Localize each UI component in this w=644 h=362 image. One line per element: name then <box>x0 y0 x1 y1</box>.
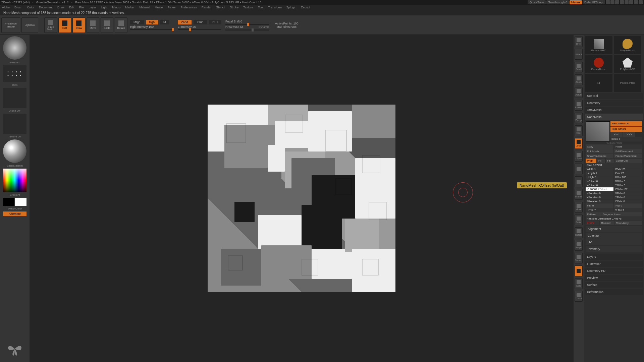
persp-button[interactable]: Persp <box>575 113 583 123</box>
draw-size-slider[interactable] <box>225 29 269 31</box>
width-slider[interactable]: Width 1 <box>586 167 613 171</box>
editplacement-button[interactable]: EditPlacement <box>614 149 642 154</box>
hvar-slider[interactable]: HVar 100 <box>614 175 642 179</box>
switchcolor-button[interactable]: SwitchColor <box>8 207 22 210</box>
move3d-button[interactable]: Move <box>575 202 583 213</box>
randarray-button[interactable]: RandArray <box>614 221 642 225</box>
menu-item[interactable]: Alpha <box>2 6 10 9</box>
menu-item[interactable]: Color <box>27 6 35 9</box>
secondary-color-swatch[interactable] <box>3 198 14 206</box>
wvar-slider[interactable]: WVar 23 <box>614 167 642 171</box>
paste-button[interactable]: Paste <box>614 144 642 149</box>
menu-item[interactable]: Layer <box>89 6 96 9</box>
uv-section[interactable]: UV <box>586 239 642 245</box>
scroll-button[interactable]: Scroll <box>575 62 583 72</box>
draw-button[interactable]: Draw <box>72 17 85 33</box>
rgb-button[interactable]: Rgb <box>146 20 158 24</box>
alignment-section[interactable]: Alignment <box>586 226 642 232</box>
quicksketch-button[interactable]: Quick Sketch <box>44 17 57 33</box>
menu-item[interactable]: Preferences <box>180 6 197 9</box>
index-slider[interactable]: Index 7 <box>610 137 642 141</box>
color-picker[interactable] <box>3 169 26 192</box>
tool-thumb[interactable]: SimpleBrush <box>614 36 641 54</box>
section-geometryhd[interactable]: Geometry HD <box>585 268 643 274</box>
zoom-button[interactable]: Zoom <box>575 74 583 85</box>
zrotation-slider[interactable]: ZRotation 0 <box>586 199 613 203</box>
menu-item[interactable]: Render <box>202 6 212 9</box>
win-icon[interactable] <box>606 0 610 4</box>
rotate-button[interactable]: Rotate <box>115 17 127 33</box>
section-layers[interactable]: Layers <box>585 254 643 260</box>
tool-thumb[interactable]: Panels-PRO <box>614 74 641 92</box>
bpr-button[interactable]: BPR <box>575 36 583 47</box>
menu-item[interactable]: Stencil <box>216 6 225 9</box>
editmesh-button[interactable]: Edit Mesh <box>586 149 613 154</box>
local-button[interactable]: Local <box>575 138 583 149</box>
move-button[interactable]: Move <box>87 17 99 33</box>
length-slider[interactable]: Length 1 <box>586 171 613 175</box>
texture-thumbnail[interactable] <box>3 114 26 134</box>
xoffset-slider[interactable]: XOffset 0 <box>586 179 613 183</box>
focal-shift-label[interactable]: Focal Shift 0 <box>225 20 242 23</box>
menu-item[interactable]: Movie <box>155 6 163 9</box>
polyf-button[interactable]: PolyF <box>575 240 583 251</box>
solo-button[interactable]: Solo <box>575 278 583 289</box>
copy-button[interactable]: Copy <box>586 144 613 149</box>
floor-button[interactable]: Floor <box>575 125 583 136</box>
pattern-label[interactable]: Pattern <box>586 212 601 217</box>
rgb-intensity-label[interactable]: Rgb Intensity 100 <box>130 25 154 28</box>
menu-item[interactable]: Brush <box>14 6 22 9</box>
scale-button[interactable]: Scale <box>101 17 113 33</box>
focal-shift-slider[interactable] <box>225 24 269 25</box>
tool-thumb[interactable]: 11 <box>585 74 612 92</box>
z-intensity-label[interactable]: Z Intensity 25 <box>178 25 196 28</box>
gradient-label[interactable]: Gradient <box>10 193 20 196</box>
zovar-slider[interactable]: ZOVar -77 <box>614 187 642 191</box>
pattern-value[interactable]: Diagonal Lines <box>601 212 642 217</box>
menu-item[interactable]: Zplugin <box>286 6 297 9</box>
showplacement-button[interactable]: ShowPlacement <box>586 154 613 158</box>
material-thumbnail[interactable] <box>3 139 26 163</box>
next-index-button[interactable]: >>> <box>623 132 635 137</box>
lsym-button[interactable]: LSym <box>575 151 583 162</box>
section-preview[interactable]: Preview <box>585 275 643 281</box>
section-geometry[interactable]: Geometry <box>585 100 643 106</box>
tool-thumb[interactable]: PolyMesh3D <box>614 55 641 73</box>
menu-item[interactable]: Macro <box>112 6 120 9</box>
m-button[interactable]: M <box>160 20 169 24</box>
alternate-button[interactable]: Alternate <box>3 212 26 216</box>
menu-item[interactable]: Material <box>139 6 150 9</box>
menu-item[interactable]: File <box>79 6 84 9</box>
tool-thumb[interactable]: Panels-PRO <box>585 36 612 54</box>
blank-button[interactable] <box>575 164 583 174</box>
frame-button[interactable]: Frame <box>575 189 583 200</box>
blank-button[interactable] <box>575 176 583 187</box>
brush-thumbnail[interactable] <box>3 36 26 60</box>
zadd-button[interactable]: Zadd <box>178 20 192 24</box>
yrotation-slider[interactable]: YRotation 0 <box>586 195 613 199</box>
nanomesh-on-button[interactable]: NanoMesh On <box>610 121 642 126</box>
zscript-button[interactable]: DefaultZScript <box>583 0 605 4</box>
section-arraymesh[interactable]: ArrayMesh <box>585 107 643 113</box>
zrvar-slider[interactable]: ZRVar 0 <box>614 199 642 203</box>
random-button[interactable]: Random <box>600 221 614 225</box>
vtile-slider[interactable]: V Tile 5 <box>614 208 642 212</box>
scale3d-button[interactable]: Scale <box>575 215 583 225</box>
edit-button[interactable]: Edit <box>58 17 71 33</box>
seed-value[interactable]: 37809 <box>586 221 599 225</box>
seethrough-slider[interactable]: See-through 0 <box>546 0 569 4</box>
section-surface[interactable]: Surface <box>585 282 643 288</box>
yoffset-slider[interactable]: YOffset 0 <box>586 183 613 187</box>
lightbox-button[interactable]: LightBox <box>21 17 38 33</box>
section-nanomesh[interactable]: NanoMesh <box>585 114 643 120</box>
stroke-thumbnail[interactable] <box>3 65 26 82</box>
zsub-button[interactable]: Zsub <box>194 20 207 24</box>
viewport[interactable]: NanoMesh XOffset (In/Out) <box>30 35 574 362</box>
maximize-icon[interactable] <box>634 0 638 4</box>
freezeplacement-button[interactable]: FreezePlacement <box>614 154 642 158</box>
menu-item[interactable]: Transform <box>268 6 282 9</box>
hide-others-button[interactable]: Hide Others <box>610 127 642 132</box>
menu-item[interactable]: Tool <box>258 6 264 9</box>
yovar-slider[interactable]: YOVar 0 <box>614 183 642 187</box>
section-fibermesh[interactable]: FiberMesh <box>585 261 643 267</box>
